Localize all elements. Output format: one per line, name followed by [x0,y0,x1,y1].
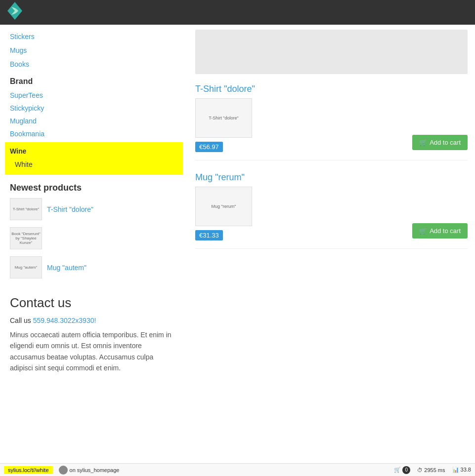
brand-bookmania[interactable]: Bookmania [10,127,178,140]
newest-product-book-img: Book "Deserunt" by "Shaylee Kunze" [10,227,42,249]
wine-section: Wine White [5,142,183,175]
sidebar-nav-books[interactable]: Books [10,57,178,71]
brand-supertees[interactable]: SuperTees [10,89,178,102]
product-card-mug: Mug "rerum" Mug "rerum" €31.33 🛒 Add to … [195,172,468,249]
brand-mugland[interactable]: Mugland [10,115,178,127]
contact-phone-number[interactable]: 559.948.3022x3930! [33,317,96,324]
top-gray-box [195,30,468,74]
wine-section-title: Wine [10,146,178,158]
cart-icon: 🛒 [419,139,427,146]
brand-stickypicky[interactable]: Stickypicky [10,102,178,115]
product-price-mug: €31.33 [195,230,223,240]
brand-section-title: Brand [10,77,178,86]
contact-text: Minus occaecati autem officia temporibus… [10,329,178,374]
newest-product-mug-link[interactable]: Mug "autem" [47,264,86,272]
newest-product-mug: Mug "autem" Mug "autem" [10,256,178,278]
add-to-cart-tshirt[interactable]: 🛒 Add to cart [412,135,468,150]
product-price-tshirt: €56.97 [195,142,223,152]
sidebar-nav-mugs[interactable]: Mugs [10,43,178,57]
newest-product-tshirt-img: T-Shirt "dolore" [10,198,42,220]
sidebar: Stickers Mugs Books Brand SuperTees Stic… [0,25,188,394]
product-title-tshirt[interactable]: T-Shirt "dolore" [195,84,407,94]
content-area: T-Shirt "dolore" T-Shirt "dolore" €56.97… [188,25,475,394]
newest-product-tshirt: T-Shirt "dolore" T-Shirt "dolore" [10,198,178,220]
newest-products-title: Newest products [10,183,178,193]
contact-section: Contact us Call us 559.948.3022x3930! Mi… [10,285,178,389]
product-title-mug[interactable]: Mug "rerum" [195,172,407,183]
main-container: Stickers Mugs Books Brand SuperTees Stic… [0,25,475,394]
newest-product-mug-img: Mug "autem" [10,256,42,278]
product-info-tshirt: T-Shirt "dolore" T-Shirt "dolore" €56.97 [195,84,407,152]
contact-title: Contact us [10,295,178,311]
logo[interactable] [7,2,22,23]
navbar [0,0,475,25]
contact-phone: Call us 559.948.3022x3930! [10,317,178,324]
wine-white[interactable]: White [10,158,178,171]
newest-product-tshirt-link[interactable]: T-Shirt "dolore" [47,205,93,213]
product-card-tshirt: T-Shirt "dolore" T-Shirt "dolore" €56.97… [195,84,468,160]
sidebar-nav-stickers[interactable]: Stickers [10,30,178,43]
product-img-mug: Mug "rerum" [195,187,252,226]
product-row-tshirt: T-Shirt "dolore" T-Shirt "dolore" €56.97… [195,84,468,152]
product-row-mug: Mug "rerum" Mug "rerum" €31.33 🛒 Add to … [195,172,468,240]
product-img-tshirt: T-Shirt "dolore" [195,98,252,138]
add-to-cart-mug[interactable]: 🛒 Add to cart [412,223,468,238]
newest-product-book: Book "Deserunt" by "Shaylee Kunze" [10,227,178,249]
product-info-mug: Mug "rerum" Mug "rerum" €31.33 [195,172,407,240]
cart-icon-2: 🛒 [419,227,427,235]
